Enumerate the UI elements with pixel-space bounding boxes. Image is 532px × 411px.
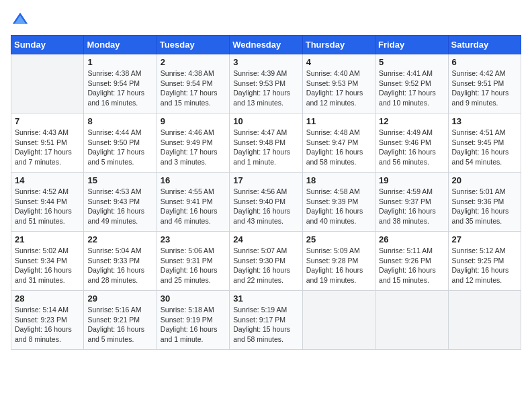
calendar-cell: 29Sunrise: 5:16 AM Sunset: 9:21 PM Dayli…	[84, 291, 157, 350]
calendar-cell	[302, 291, 375, 350]
day-info: Sunrise: 5:19 AM Sunset: 9:17 PM Dayligh…	[233, 305, 298, 345]
calendar-cell: 17Sunrise: 4:56 AM Sunset: 9:40 PM Dayli…	[230, 173, 302, 232]
day-info: Sunrise: 4:40 AM Sunset: 9:53 PM Dayligh…	[306, 68, 371, 108]
day-number: 5	[379, 57, 444, 67]
day-info: Sunrise: 4:47 AM Sunset: 9:48 PM Dayligh…	[233, 128, 298, 167]
day-info: Sunrise: 5:09 AM Sunset: 9:28 PM Dayligh…	[306, 246, 371, 285]
calendar-cell: 26Sunrise: 5:11 AM Sunset: 9:26 PM Dayli…	[375, 232, 448, 291]
calendar-cell: 3Sunrise: 4:39 AM Sunset: 9:53 PM Daylig…	[230, 54, 302, 113]
calendar-cell: 14Sunrise: 4:52 AM Sunset: 9:44 PM Dayli…	[11, 173, 84, 232]
calendar-cell: 7Sunrise: 4:43 AM Sunset: 9:51 PM Daylig…	[11, 113, 84, 173]
day-number: 15	[87, 175, 152, 185]
calendar-cell: 12Sunrise: 4:49 AM Sunset: 9:46 PM Dayli…	[375, 113, 448, 173]
day-number: 3	[233, 57, 298, 67]
calendar-cell: 4Sunrise: 4:40 AM Sunset: 9:53 PM Daylig…	[302, 54, 375, 113]
day-of-week-header: Thursday	[302, 36, 375, 54]
calendar-cell: 20Sunrise: 5:01 AM Sunset: 9:36 PM Dayli…	[448, 173, 521, 232]
calendar-cell	[375, 291, 448, 350]
calendar-cell: 2Sunrise: 4:38 AM Sunset: 9:54 PM Daylig…	[157, 54, 229, 113]
day-info: Sunrise: 4:55 AM Sunset: 9:41 PM Dayligh…	[161, 187, 226, 226]
calendar-cell: 31Sunrise: 5:19 AM Sunset: 9:17 PM Dayli…	[230, 291, 302, 350]
day-number: 27	[452, 234, 517, 244]
calendar-cell: 8Sunrise: 4:44 AM Sunset: 9:50 PM Daylig…	[84, 113, 157, 173]
day-info: Sunrise: 5:18 AM Sunset: 9:19 PM Dayligh…	[161, 305, 226, 345]
calendar-cell: 21Sunrise: 5:02 AM Sunset: 9:34 PM Dayli…	[11, 232, 84, 291]
day-of-week-header: Tuesday	[157, 36, 229, 54]
day-number: 1	[87, 57, 152, 67]
day-number: 8	[87, 116, 152, 126]
day-info: Sunrise: 5:12 AM Sunset: 9:25 PM Dayligh…	[452, 246, 517, 285]
day-info: Sunrise: 4:48 AM Sunset: 9:47 PM Dayligh…	[306, 128, 371, 167]
day-number: 28	[15, 293, 80, 304]
calendar-cell: 16Sunrise: 4:55 AM Sunset: 9:41 PM Dayli…	[157, 173, 229, 232]
day-info: Sunrise: 5:06 AM Sunset: 9:31 PM Dayligh…	[161, 246, 226, 285]
calendar-cell: 6Sunrise: 4:42 AM Sunset: 9:51 PM Daylig…	[448, 54, 521, 113]
day-info: Sunrise: 4:39 AM Sunset: 9:53 PM Dayligh…	[233, 68, 298, 108]
calendar-cell: 1Sunrise: 4:38 AM Sunset: 9:54 PM Daylig…	[84, 54, 157, 113]
day-number: 7	[15, 116, 80, 126]
day-info: Sunrise: 4:58 AM Sunset: 9:39 PM Dayligh…	[306, 187, 371, 226]
calendar-cell: 27Sunrise: 5:12 AM Sunset: 9:25 PM Dayli…	[448, 232, 521, 291]
calendar-cell: 22Sunrise: 5:04 AM Sunset: 9:33 PM Dayli…	[84, 232, 157, 291]
day-number: 12	[379, 116, 444, 126]
day-info: Sunrise: 4:56 AM Sunset: 9:40 PM Dayligh…	[233, 187, 298, 226]
calendar-cell	[448, 291, 521, 350]
day-info: Sunrise: 5:11 AM Sunset: 9:26 PM Dayligh…	[379, 246, 444, 285]
day-number: 24	[233, 234, 298, 244]
day-info: Sunrise: 4:38 AM Sunset: 9:54 PM Dayligh…	[161, 68, 226, 108]
day-info: Sunrise: 5:02 AM Sunset: 9:34 PM Dayligh…	[15, 246, 80, 285]
day-info: Sunrise: 4:38 AM Sunset: 9:54 PM Dayligh…	[87, 68, 152, 108]
calendar-cell: 23Sunrise: 5:06 AM Sunset: 9:31 PM Dayli…	[157, 232, 229, 291]
day-number: 23	[161, 234, 226, 244]
day-info: Sunrise: 5:04 AM Sunset: 9:33 PM Dayligh…	[87, 246, 152, 285]
day-number: 18	[306, 175, 371, 185]
calendar-cell: 24Sunrise: 5:07 AM Sunset: 9:30 PM Dayli…	[230, 232, 302, 291]
day-number: 22	[87, 234, 152, 244]
logo	[11, 11, 32, 30]
day-number: 31	[233, 293, 298, 304]
calendar-cell: 10Sunrise: 4:47 AM Sunset: 9:48 PM Dayli…	[230, 113, 302, 173]
day-info: Sunrise: 4:52 AM Sunset: 9:44 PM Dayligh…	[15, 187, 80, 226]
day-info: Sunrise: 4:41 AM Sunset: 9:52 PM Dayligh…	[379, 68, 444, 108]
day-info: Sunrise: 4:51 AM Sunset: 9:45 PM Dayligh…	[452, 128, 517, 167]
day-number: 19	[379, 175, 444, 185]
day-info: Sunrise: 5:14 AM Sunset: 9:23 PM Dayligh…	[15, 305, 80, 345]
calendar-cell: 11Sunrise: 4:48 AM Sunset: 9:47 PM Dayli…	[302, 113, 375, 173]
calendar-table: SundayMondayTuesdayWednesdayThursdayFrid…	[11, 35, 521, 350]
day-info: Sunrise: 4:42 AM Sunset: 9:51 PM Dayligh…	[452, 68, 517, 108]
day-number: 25	[306, 234, 371, 244]
calendar-week-row: 14Sunrise: 4:52 AM Sunset: 9:44 PM Dayli…	[11, 173, 521, 232]
calendar-cell: 5Sunrise: 4:41 AM Sunset: 9:52 PM Daylig…	[375, 54, 448, 113]
calendar-week-row: 7Sunrise: 4:43 AM Sunset: 9:51 PM Daylig…	[11, 113, 521, 173]
day-info: Sunrise: 4:46 AM Sunset: 9:49 PM Dayligh…	[161, 128, 226, 167]
day-info: Sunrise: 4:43 AM Sunset: 9:51 PM Dayligh…	[15, 128, 80, 167]
day-info: Sunrise: 4:49 AM Sunset: 9:46 PM Dayligh…	[379, 128, 444, 167]
calendar-week-row: 28Sunrise: 5:14 AM Sunset: 9:23 PM Dayli…	[11, 291, 521, 350]
day-info: Sunrise: 5:16 AM Sunset: 9:21 PM Dayligh…	[87, 305, 152, 345]
day-info: Sunrise: 4:44 AM Sunset: 9:50 PM Dayligh…	[87, 128, 152, 167]
calendar-week-row: 1Sunrise: 4:38 AM Sunset: 9:54 PM Daylig…	[11, 54, 521, 113]
calendar-cell: 15Sunrise: 4:53 AM Sunset: 9:43 PM Dayli…	[84, 173, 157, 232]
day-info: Sunrise: 5:07 AM Sunset: 9:30 PM Dayligh…	[233, 246, 298, 285]
day-of-week-header: Friday	[375, 36, 448, 54]
day-number: 10	[233, 116, 298, 126]
day-info: Sunrise: 4:53 AM Sunset: 9:43 PM Dayligh…	[87, 187, 152, 226]
day-number: 13	[452, 116, 517, 126]
calendar-cell: 18Sunrise: 4:58 AM Sunset: 9:39 PM Dayli…	[302, 173, 375, 232]
day-number: 30	[161, 293, 226, 304]
day-number: 11	[306, 116, 371, 126]
day-of-week-header: Sunday	[11, 36, 84, 54]
calendar-cell: 9Sunrise: 4:46 AM Sunset: 9:49 PM Daylig…	[157, 113, 229, 173]
calendar-header-row: SundayMondayTuesdayWednesdayThursdayFrid…	[11, 36, 521, 54]
day-info: Sunrise: 5:01 AM Sunset: 9:36 PM Dayligh…	[452, 187, 517, 226]
day-number: 29	[87, 293, 152, 304]
day-number: 17	[233, 175, 298, 185]
day-number: 21	[15, 234, 80, 244]
day-info: Sunrise: 4:59 AM Sunset: 9:37 PM Dayligh…	[379, 187, 444, 226]
calendar-cell: 28Sunrise: 5:14 AM Sunset: 9:23 PM Dayli…	[11, 291, 84, 350]
day-number: 14	[15, 175, 80, 185]
logo-icon	[11, 11, 30, 30]
page-header	[11, 11, 521, 30]
day-number: 16	[161, 175, 226, 185]
day-number: 9	[161, 116, 226, 126]
